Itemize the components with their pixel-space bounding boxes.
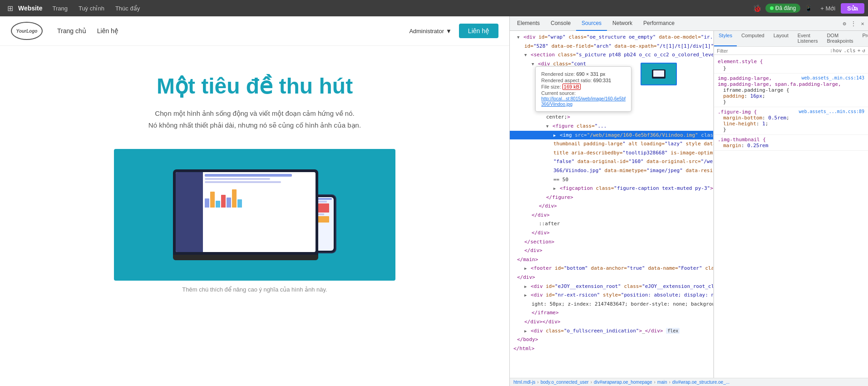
breadcrumb-sep-3: › xyxy=(654,380,655,385)
styles-filter-input[interactable] xyxy=(717,48,830,54)
breadcrumb-html[interactable]: html.mdl-js xyxy=(513,380,535,385)
tree-line-id528[interactable]: id="528" data-oe-field="arch" data-oe-xp… xyxy=(510,42,713,51)
tree-triangle-section: ▼ xyxy=(524,52,527,58)
edit-button[interactable]: Sửa xyxy=(841,3,864,14)
tree-line-close-divs[interactable]: </div></div> xyxy=(510,317,713,327)
tree-line-img-attrs4[interactable]: 366/Viindoo.jpg" data-mimetype="image/jp… xyxy=(510,166,713,175)
preview-svg xyxy=(645,66,672,82)
image-caption: Thêm chú thích để nâng cao ý nghĩa của h… xyxy=(182,286,327,293)
toolbar-nav-promote[interactable]: Thúc đẩy xyxy=(111,2,144,15)
tab-dom-breakpoints[interactable]: DOM Breakpoints xyxy=(822,31,858,46)
tree-line-close-figure[interactable]: </figure> xyxy=(510,193,713,202)
tree-line-close-div1[interactable]: </div> xyxy=(510,202,713,211)
laptop-base xyxy=(173,255,318,260)
screen-bar-2 xyxy=(205,178,270,180)
logo-text: YourLogo xyxy=(16,29,38,34)
styles-src-2[interactable]: web.assets_...min.css:89 xyxy=(799,109,865,114)
tab-sources[interactable]: Sources xyxy=(576,16,607,31)
device-icon[interactable]: 📱 xyxy=(802,3,815,14)
logo-box: YourLogo xyxy=(11,22,43,40)
styles-rule-element: element.style { } xyxy=(714,57,868,74)
breadcrumb-body[interactable]: body.o_connected_user xyxy=(541,380,589,385)
styles-filter-icons: :hov .cls + ↺ xyxy=(830,48,865,54)
toolbar-nav-trang[interactable]: Trang xyxy=(48,2,72,15)
tab-event-listeners[interactable]: Event Listeners xyxy=(793,31,823,46)
breadcrumb-wrapwrap[interactable]: div#wrapwrap.oe_homepage xyxy=(594,380,652,385)
publish-status[interactable]: Đã đăng xyxy=(765,4,800,13)
tab-elements[interactable]: Elements xyxy=(512,16,545,31)
rendered-size-value: 690 × 331 px xyxy=(576,71,605,77)
settings-icon[interactable]: ⚙ xyxy=(841,20,848,27)
tree-line-img-attrs2[interactable]: title aria-describedby="tooltip328668" i… xyxy=(510,148,713,158)
hero-desc-line2: Nó không nhất thiết phải dài, nhưng nó s… xyxy=(18,119,491,131)
tree-line-img-attrs5[interactable]: == 50 xyxy=(510,175,713,184)
cls-pseudo[interactable]: .cls xyxy=(843,48,856,54)
breadcrumb-wrap[interactable]: div#wrap.oe_structure.oe_... xyxy=(672,380,730,385)
aspect-ratio-value: 690:331 xyxy=(593,78,612,83)
grid-menu-icon[interactable]: ⊞ xyxy=(4,2,16,15)
screen-main xyxy=(203,172,316,252)
html-tree[interactable]: Rendered size: 690 × 331 px Rendered asp… xyxy=(510,31,714,378)
tree-line-footer[interactable]: ▶ <footer id="bottom" data-anchor="true"… xyxy=(510,264,713,273)
styles-filter: :hov .cls + ↺ xyxy=(714,47,868,55)
toolbar-nav-customize[interactable]: Tuỳ chỉnh xyxy=(74,2,109,15)
tree-line-ight[interactable]: ight: 50px; z-index: 2147483647; border-… xyxy=(510,300,713,309)
nav-home[interactable]: Trang chủ xyxy=(57,27,86,35)
chart-bar-2 xyxy=(210,192,215,208)
tree-line-close-div3[interactable]: </div> xyxy=(510,228,713,238)
tab-properties[interactable]: Properties xyxy=(858,31,868,46)
tab-console[interactable]: Console xyxy=(545,16,576,31)
tree-line-after[interactable]: ::after xyxy=(510,219,713,228)
tree-line-close-div4[interactable]: </div> xyxy=(510,246,713,255)
tree-line-wrap[interactable]: ▼ <div id="wrap" class="oe_structure oe_… xyxy=(510,33,713,42)
breadcrumb-main[interactable]: main xyxy=(657,380,667,385)
status-label: Đã đăng xyxy=(775,5,796,11)
tree-line-close-div2[interactable]: </div> xyxy=(510,211,713,220)
tree-line-close-main[interactable]: </main> xyxy=(510,255,713,264)
tab-computed[interactable]: Computed xyxy=(737,31,769,46)
tree-line-img[interactable]: ▶ <img src="/web/image/160-6e5bf366/Viin… xyxy=(510,131,713,140)
tree-line-close-section[interactable]: </section> xyxy=(510,238,713,247)
styles-src-1[interactable]: web.assets_.min.css:143 xyxy=(802,75,864,80)
breadcrumb-sep-4: › xyxy=(669,380,671,385)
tree-line-figcaption[interactable]: ▶ <figcaption class="figure-caption text… xyxy=(510,184,713,193)
add-style-icon[interactable]: + xyxy=(858,48,861,54)
new-button[interactable]: + Mới xyxy=(817,3,839,14)
chart-bar-4 xyxy=(221,195,226,208)
hero-section: Một tiêu đề thu hút Chọn một hình ảnh số… xyxy=(0,46,509,149)
tree-line-fullscreen[interactable]: ▶ <div class="o_fullscreen_indication">_… xyxy=(510,327,713,336)
nav-contact[interactable]: Liên hệ xyxy=(97,27,118,35)
tree-line-close-div5[interactable]: </div> xyxy=(510,273,713,282)
current-source-value[interactable]: http://local...st:8015/web/image/160-6e5… xyxy=(541,96,626,107)
admin-button[interactable]: Administrator ▼ xyxy=(409,28,451,35)
bug-icon[interactable]: 🐞 xyxy=(751,2,764,15)
tab-styles[interactable]: Styles xyxy=(714,31,737,46)
top-toolbar: ⊞ Website Trang Tuỳ chỉnh Thúc đẩy 🐞 Đã … xyxy=(0,0,868,16)
refresh-styles-icon[interactable]: ↺ xyxy=(862,48,865,54)
styles-selector-element: element.style { xyxy=(718,59,864,64)
tree-line-section[interactable]: ▼ <section class="s_picture pt48 pb24 o_… xyxy=(510,50,713,59)
tree-line-ejoy[interactable]: ▶ <div id="eJOY__extension_root" class="… xyxy=(510,282,713,291)
chart-bar-6 xyxy=(232,189,237,208)
tree-line-close-body[interactable]: </body> xyxy=(510,335,713,344)
styles-iframe-padding: iframe.padding-large { xyxy=(718,87,864,93)
image-section: Thêm chú thích để nâng cao ý nghĩa của h… xyxy=(0,149,509,311)
tree-line-figure[interactable]: ▼ <figure class="... xyxy=(510,122,713,131)
styles-rule-figure: web.assets_...min.css:89 .figure-img { m… xyxy=(714,107,868,135)
tree-line-img-attrs[interactable]: thumbnail padding-large" alt loading="la… xyxy=(510,139,713,148)
styles-close-1: } xyxy=(718,99,864,105)
hov-pseudo[interactable]: :hov xyxy=(830,48,842,54)
tree-line-close-html[interactable]: </html> xyxy=(510,344,713,353)
site-image xyxy=(114,149,395,281)
styles-panel: Styles Computed Layout Event Listeners D… xyxy=(714,31,868,378)
tab-layout[interactable]: Layout xyxy=(769,31,793,46)
tree-line-center[interactable]: center;> xyxy=(510,113,713,122)
tree-line-img-attrs3[interactable]: "false" data-original-id="160" data-orig… xyxy=(510,157,713,166)
tree-line-close-iframe[interactable]: </iframe> xyxy=(510,308,713,317)
site-cta-button[interactable]: Liên hệ xyxy=(459,24,498,38)
tab-network[interactable]: Network xyxy=(607,16,638,31)
more-icon[interactable]: ⋮ xyxy=(850,20,857,27)
tree-line-div-nr[interactable]: ▶ <div id="nr-ext-rsicon" style="positio… xyxy=(510,291,713,300)
close-devtools-icon[interactable]: ✕ xyxy=(859,20,866,27)
tab-performance[interactable]: Performance xyxy=(638,16,680,31)
